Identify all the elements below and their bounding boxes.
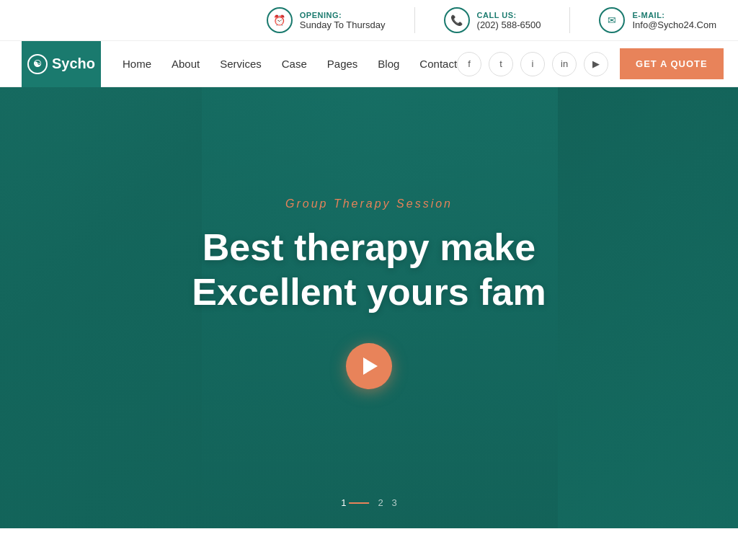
nav-item-services[interactable]: Services (220, 58, 262, 71)
nav-left: ☯ Sycho Home About Services Case Pages B… (22, 41, 457, 87)
slider-dots: 1 2 3 (341, 497, 397, 508)
hero-content: Group Therapy Session Best therapy make … (0, 87, 738, 528)
hero-subtitle: Group Therapy Session (285, 197, 453, 210)
hero-section: Group Therapy Session Best therapy make … (0, 87, 738, 528)
slider-dot-2[interactable]: 2 (378, 497, 383, 508)
facebook-icon[interactable]: f (457, 52, 481, 76)
hero-title-line1: Best therapy make (203, 226, 535, 268)
phone-icon: 📞 (444, 7, 470, 33)
nav-item-case[interactable]: Case (282, 58, 307, 71)
nav-item-contact[interactable]: Contact (419, 58, 457, 71)
nav-item-pages[interactable]: Pages (327, 58, 358, 71)
opening-info: ⏰ OPENING: Sunday To Thursday (267, 7, 386, 33)
slider-dot-1[interactable]: 1 (341, 497, 369, 508)
call-info: 📞 CALL US: (202) 588-6500 (444, 7, 541, 33)
logo-icon: ☯ (27, 54, 48, 74)
get-quote-button[interactable]: GET A QUOTE (620, 48, 724, 79)
instagram-icon[interactable]: i (520, 52, 545, 76)
call-value: (202) 588-6500 (477, 19, 541, 30)
email-icon: ✉ (599, 7, 625, 33)
email-info: ✉ E-MAIL: Info@Sycho24.Com (599, 7, 716, 33)
play-button[interactable] (346, 343, 392, 389)
youtube-icon[interactable]: ▶ (584, 52, 608, 76)
email-label: E-MAIL: (632, 11, 716, 19)
hero-title-line2: Excellent yours fam (192, 271, 546, 313)
twitter-icon[interactable]: t (489, 52, 513, 76)
email-value: Info@Sycho24.Com (632, 19, 716, 30)
divider-2 (569, 7, 570, 33)
logo[interactable]: ☯ Sycho (22, 41, 101, 87)
nav-links: Home About Services Case Pages Blog Cont… (123, 58, 457, 71)
opening-value: Sunday To Thursday (300, 19, 386, 30)
slider-dot-3[interactable]: 3 (392, 497, 397, 508)
nav-right: f t i in ▶ GET A QUOTE (457, 48, 724, 79)
opening-label: OPENING: (300, 11, 386, 19)
hero-title: Best therapy make Excellent yours fam (192, 225, 546, 315)
play-icon (363, 357, 378, 375)
linkedin-icon[interactable]: in (552, 52, 577, 76)
divider-1 (414, 7, 415, 33)
clock-icon: ⏰ (267, 7, 293, 33)
social-icons: f t i in ▶ (457, 52, 608, 76)
nav-item-about[interactable]: About (172, 58, 200, 71)
logo-text: Sycho (52, 55, 95, 72)
call-label: CALL US: (477, 11, 541, 19)
nav-item-blog[interactable]: Blog (378, 58, 399, 71)
nav-item-home[interactable]: Home (123, 58, 151, 71)
nav-bar: ☯ Sycho Home About Services Case Pages B… (0, 41, 738, 87)
top-bar: ⏰ OPENING: Sunday To Thursday 📞 CALL US:… (0, 0, 738, 41)
